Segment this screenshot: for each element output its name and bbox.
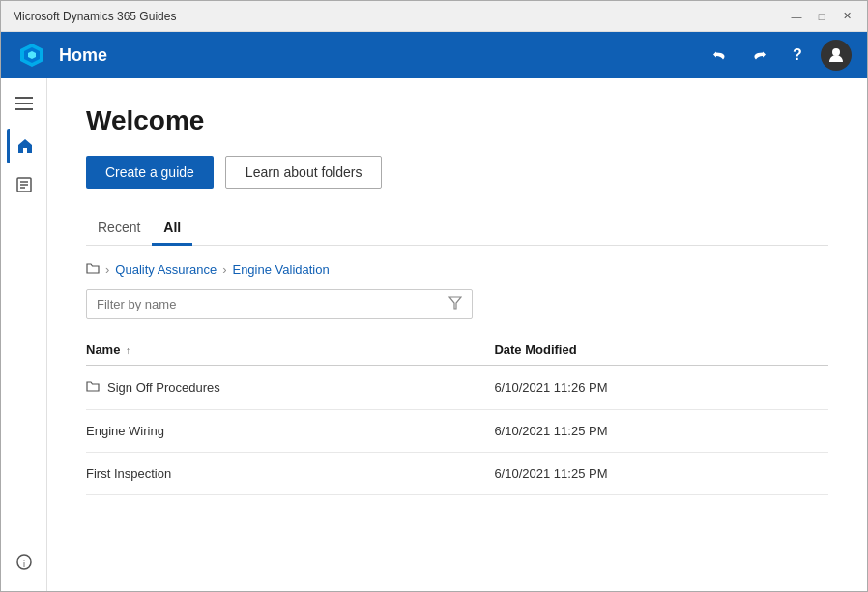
svg-point-3 xyxy=(832,48,840,56)
table-header-row: Name ↑ Date Modified xyxy=(86,335,828,366)
folder-root-icon xyxy=(86,261,100,275)
sidebar-item-info[interactable]: i xyxy=(7,545,42,579)
filter-icon xyxy=(448,296,462,312)
column-header-name: Name ↑ xyxy=(86,335,494,366)
title-bar-controls: — □ ✕ xyxy=(788,8,855,25)
close-button[interactable]: ✕ xyxy=(838,8,855,25)
row-name-text: First Inspection xyxy=(86,466,171,481)
table-cell-date: 6/10/2021 11:25 PM xyxy=(494,453,828,495)
filter-input[interactable] xyxy=(97,297,448,311)
main-layout: i Welcome Create a guide Learn about fol… xyxy=(1,78,867,591)
filter-bar xyxy=(86,289,473,319)
sort-arrow: ↑ xyxy=(126,345,130,356)
table-row[interactable]: First Inspection6/10/2021 11:25 PM xyxy=(86,453,828,495)
hamburger-line-3 xyxy=(15,108,33,110)
header-title: Home xyxy=(59,45,705,66)
avatar-button[interactable] xyxy=(821,40,852,71)
help-button[interactable]: ? xyxy=(782,40,813,71)
action-buttons: Create a guide Learn about folders xyxy=(86,156,828,189)
table-cell-date: 6/10/2021 11:25 PM xyxy=(494,410,828,453)
create-guide-button[interactable]: Create a guide xyxy=(86,156,214,189)
sidebar-bottom: i xyxy=(7,545,42,583)
tab-recent[interactable]: Recent xyxy=(86,212,152,246)
hamburger-line-1 xyxy=(15,97,33,99)
column-header-date: Date Modified xyxy=(494,335,828,366)
table-row[interactable]: Engine Wiring6/10/2021 11:25 PM xyxy=(86,410,828,453)
hamburger-menu-button[interactable] xyxy=(7,86,42,121)
folder-icon xyxy=(86,379,100,396)
app-window: Microsoft Dynamics 365 Guides — □ ✕ Home xyxy=(0,0,868,592)
breadcrumb-root-icon xyxy=(86,261,100,278)
header-controls: ? xyxy=(705,40,852,71)
undo-button[interactable] xyxy=(705,40,736,71)
user-icon xyxy=(827,46,845,64)
undo-icon xyxy=(712,47,728,63)
redo-icon xyxy=(751,47,767,63)
row-name-text: Engine Wiring xyxy=(86,424,164,438)
maximize-button[interactable]: □ xyxy=(813,8,830,25)
breadcrumb-quality-assurance[interactable]: Quality Assurance xyxy=(115,262,217,277)
guides-icon xyxy=(15,176,33,193)
home-icon xyxy=(16,137,34,155)
sidebar-item-guides[interactable] xyxy=(7,167,42,202)
table-cell-name: First Inspection xyxy=(86,453,494,495)
learn-folders-button[interactable]: Learn about folders xyxy=(225,156,383,189)
minimize-button[interactable]: — xyxy=(788,8,805,25)
tabs-bar: Recent All xyxy=(86,212,828,246)
info-icon: i xyxy=(15,553,33,571)
page-title: Welcome xyxy=(86,105,828,136)
svg-marker-10 xyxy=(449,297,461,309)
table-cell-name: Sign Off Procedures xyxy=(86,366,494,410)
hamburger-line-2 xyxy=(15,103,33,104)
header-bar: Home ? xyxy=(1,32,867,78)
tab-all[interactable]: All xyxy=(152,212,192,246)
table-cell-name: Engine Wiring xyxy=(86,410,494,453)
sidebar-item-home[interactable] xyxy=(7,129,42,163)
breadcrumb: › Quality Assurance › Engine Validation xyxy=(86,261,828,278)
row-name-text: Sign Off Procedures xyxy=(107,380,220,395)
app-logo xyxy=(16,40,47,71)
redo-button[interactable] xyxy=(743,40,774,71)
svg-text:i: i xyxy=(23,559,25,569)
title-bar: Microsoft Dynamics 365 Guides — □ ✕ xyxy=(1,1,867,32)
content-area: Welcome Create a guide Learn about folde… xyxy=(47,78,867,591)
table-cell-date: 6/10/2021 11:26 PM xyxy=(494,366,828,410)
sidebar: i xyxy=(1,78,47,591)
items-table: Name ↑ Date Modified Sign Off Procedures… xyxy=(86,335,828,495)
title-bar-text: Microsoft Dynamics 365 Guides xyxy=(13,10,788,23)
breadcrumb-engine-validation[interactable]: Engine Validation xyxy=(232,262,329,277)
table-row[interactable]: Sign Off Procedures6/10/2021 11:26 PM xyxy=(86,366,828,410)
